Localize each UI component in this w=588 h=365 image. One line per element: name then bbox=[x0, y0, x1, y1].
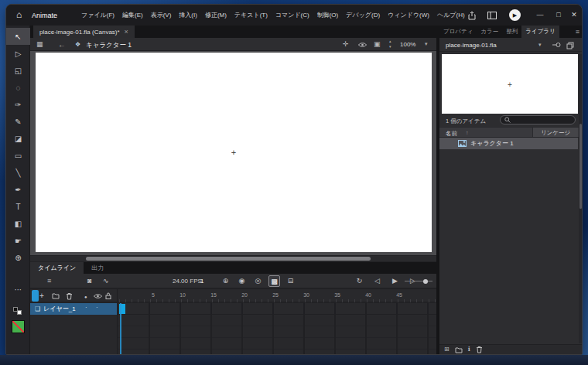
edit-scene-icon[interactable]: ▦ bbox=[36, 40, 43, 49]
onion-skin-icon[interactable]: ◉ bbox=[236, 275, 248, 287]
layer-row[interactable]: ❏ レイヤー_1 · · bbox=[30, 303, 436, 315]
rectangle-tool[interactable]: ▭ bbox=[6, 147, 30, 164]
library-item-row[interactable]: キャラクター 1 bbox=[439, 138, 578, 149]
layer-name-cell[interactable]: ❏ レイヤー_1 · · bbox=[30, 303, 117, 315]
tab-align[interactable]: 整列 bbox=[502, 26, 521, 38]
frame-grid[interactable] bbox=[117, 315, 436, 354]
pin-library-icon[interactable] bbox=[552, 42, 561, 48]
play-icon[interactable]: ▶ bbox=[389, 274, 401, 288]
delete-layer-button[interactable] bbox=[66, 292, 73, 300]
library-document-select[interactable]: place-image-01.fla bbox=[446, 42, 497, 49]
vertical-scrollbar[interactable] bbox=[579, 54, 583, 343]
outline-color-icon[interactable]: ● bbox=[84, 292, 87, 302]
breadcrumb[interactable]: キャラクター 1 bbox=[86, 41, 132, 50]
menu-commands[interactable]: コマンド(C) bbox=[272, 11, 313, 19]
test-movie-button[interactable]: ▶ bbox=[509, 9, 521, 21]
menu-insert[interactable]: 挿入(I) bbox=[175, 11, 201, 19]
fill-color-swatch[interactable] bbox=[12, 320, 25, 333]
pen-tool[interactable]: ✒ bbox=[6, 181, 30, 198]
zoom-tool[interactable]: ⊕ bbox=[6, 249, 30, 266]
stepper-up-icon[interactable]: ▴ bbox=[389, 39, 391, 44]
tab-timeline[interactable]: タイムライン bbox=[30, 262, 84, 274]
paint-bucket-tool[interactable]: ◧ bbox=[6, 215, 30, 232]
horizontal-scrollbar[interactable] bbox=[30, 256, 436, 261]
menu-file[interactable]: ファイル(F) bbox=[77, 11, 118, 19]
layer-frames[interactable] bbox=[117, 303, 436, 315]
timeline-ruler[interactable]: 51015202530354045 bbox=[117, 289, 436, 302]
timeline-zoom-slider[interactable] bbox=[405, 281, 432, 281]
step-back-icon[interactable]: ◁ bbox=[371, 274, 383, 288]
playhead[interactable] bbox=[32, 290, 39, 302]
column-linkage[interactable]: リンケージ bbox=[532, 128, 578, 137]
zoom-stepper[interactable]: ▴ ▾ bbox=[389, 39, 391, 49]
fps-value[interactable]: 24.00 FPS bbox=[173, 274, 202, 288]
close-button[interactable]: ✕ bbox=[565, 5, 583, 26]
library-search-input[interactable] bbox=[513, 118, 571, 123]
lasso-tool[interactable]: ◌ bbox=[6, 79, 30, 96]
default-colors-icon[interactable] bbox=[13, 307, 22, 315]
line-tool[interactable]: ╲ bbox=[6, 164, 30, 181]
more-tools-button[interactable]: ⋯ bbox=[6, 285, 30, 294]
eraser-tool[interactable]: ◪ bbox=[6, 130, 30, 147]
tab-library[interactable]: ライブラリ bbox=[521, 26, 559, 38]
chevron-down-icon[interactable]: ▾ bbox=[538, 42, 542, 48]
menu-debug[interactable]: デバッグ(D) bbox=[342, 11, 384, 19]
frame-range-icon[interactable]: ⊟ bbox=[285, 275, 296, 287]
scrollbar-thumb[interactable] bbox=[579, 124, 582, 209]
item-properties-button[interactable]: ℹ bbox=[468, 346, 470, 353]
current-frame-value[interactable]: 1 bbox=[200, 274, 203, 288]
menu-text[interactable]: テキスト(T) bbox=[231, 11, 272, 19]
selection-tool[interactable]: ↖ bbox=[6, 28, 30, 45]
eye-icon[interactable] bbox=[94, 293, 102, 299]
workspace-icon[interactable] bbox=[487, 12, 497, 19]
tab-close-icon[interactable]: × bbox=[125, 28, 128, 36]
fluid-brush-tool[interactable]: ✑ bbox=[6, 96, 30, 113]
zoom-level-select[interactable]: 100% bbox=[400, 41, 415, 48]
subselection-tool[interactable]: ▷ bbox=[6, 45, 30, 62]
layer-lock-dot[interactable]: · bbox=[96, 304, 98, 311]
tab-output[interactable]: 出力 bbox=[84, 262, 111, 274]
panel-menu-icon[interactable]: ≡ bbox=[576, 26, 579, 38]
menu-window[interactable]: ウィンドウ(W) bbox=[384, 11, 433, 19]
pencil-tool[interactable]: ✎ bbox=[6, 113, 30, 130]
new-symbol-button[interactable]: ⊞ bbox=[444, 346, 450, 353]
layer-depth-icon[interactable]: ∿ bbox=[103, 274, 109, 288]
layer-hierarchy-icon[interactable]: ≡ bbox=[47, 274, 51, 288]
menu-modify[interactable]: 修正(M) bbox=[201, 11, 231, 19]
share-icon[interactable] bbox=[467, 11, 477, 20]
rotation-view-icon[interactable] bbox=[358, 42, 367, 48]
stage-canvas[interactable]: + bbox=[36, 53, 432, 252]
home-icon[interactable]: ⌂ bbox=[16, 10, 22, 19]
onion-skin-outline-icon[interactable]: ◎ bbox=[252, 275, 264, 287]
timeline-grid[interactable] bbox=[30, 315, 436, 354]
slider-knob[interactable] bbox=[423, 279, 428, 284]
column-name[interactable]: 名前 bbox=[446, 130, 457, 138]
stepper-down-icon[interactable]: ▾ bbox=[389, 44, 391, 49]
new-library-panel-icon[interactable] bbox=[566, 42, 574, 49]
hand-tool[interactable]: ☛ bbox=[6, 232, 30, 249]
new-folder-button[interactable] bbox=[455, 346, 463, 353]
free-transform-tool[interactable]: ◱ bbox=[6, 62, 30, 79]
clip-content-icon[interactable]: ▣ bbox=[374, 40, 381, 49]
menu-help[interactable]: ヘルプ(H) bbox=[433, 11, 469, 19]
lock-icon[interactable] bbox=[105, 292, 111, 299]
document-tab[interactable]: place-image-01.fla (Canvas)* × bbox=[33, 26, 135, 38]
minimize-button[interactable]: — bbox=[531, 5, 549, 26]
add-folder-button[interactable] bbox=[52, 292, 60, 299]
scrollbar-thumb[interactable] bbox=[86, 257, 371, 261]
menu-edit[interactable]: 編集(E) bbox=[118, 11, 147, 19]
back-arrow-icon[interactable]: ← bbox=[58, 40, 66, 49]
menu-view[interactable]: 表示(V) bbox=[147, 11, 176, 19]
tab-properties[interactable]: プロパティ bbox=[439, 26, 477, 38]
text-tool[interactable]: T bbox=[6, 198, 30, 215]
windows-taskbar[interactable] bbox=[0, 355, 588, 365]
loop-icon[interactable]: ↻ bbox=[354, 274, 365, 288]
edit-multiple-frames-icon[interactable]: ▩ bbox=[268, 275, 280, 287]
add-camera-icon[interactable]: ◙ bbox=[87, 274, 91, 288]
center-stage-icon[interactable]: ✛ bbox=[343, 40, 349, 49]
layer-visibility-dot[interactable]: · bbox=[85, 304, 87, 311]
delete-item-button[interactable] bbox=[476, 346, 483, 353]
menu-control[interactable]: 制御(O) bbox=[313, 11, 343, 19]
add-layer-button[interactable]: + bbox=[39, 291, 44, 301]
center-frame-icon[interactable]: ⊕ bbox=[220, 275, 231, 287]
